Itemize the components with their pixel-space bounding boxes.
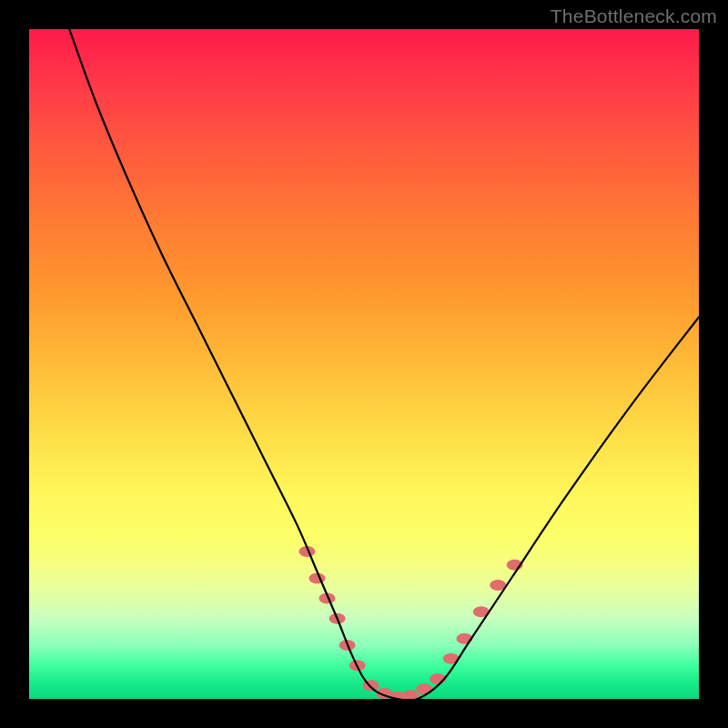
plot-area bbox=[29, 29, 699, 699]
marker-dot bbox=[403, 690, 420, 699]
bottleneck-curve bbox=[69, 29, 699, 699]
attribution-label: TheBottleneck.com bbox=[551, 5, 717, 27]
marker-dot bbox=[309, 573, 326, 584]
chart-frame: TheBottleneck.com bbox=[0, 0, 728, 728]
marker-dots bbox=[298, 546, 522, 699]
curve-layer bbox=[29, 29, 699, 699]
